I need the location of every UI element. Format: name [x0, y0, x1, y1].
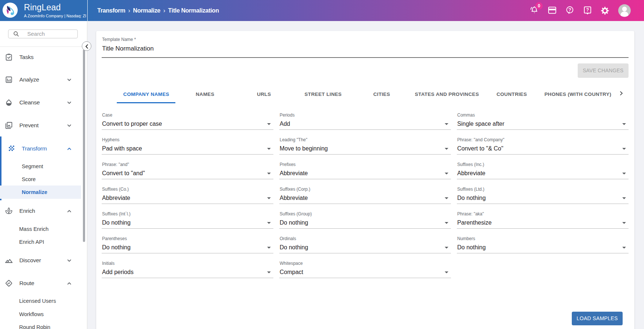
svg-text:?: ? — [568, 7, 571, 13]
svg-text:?: ? — [586, 7, 589, 13]
